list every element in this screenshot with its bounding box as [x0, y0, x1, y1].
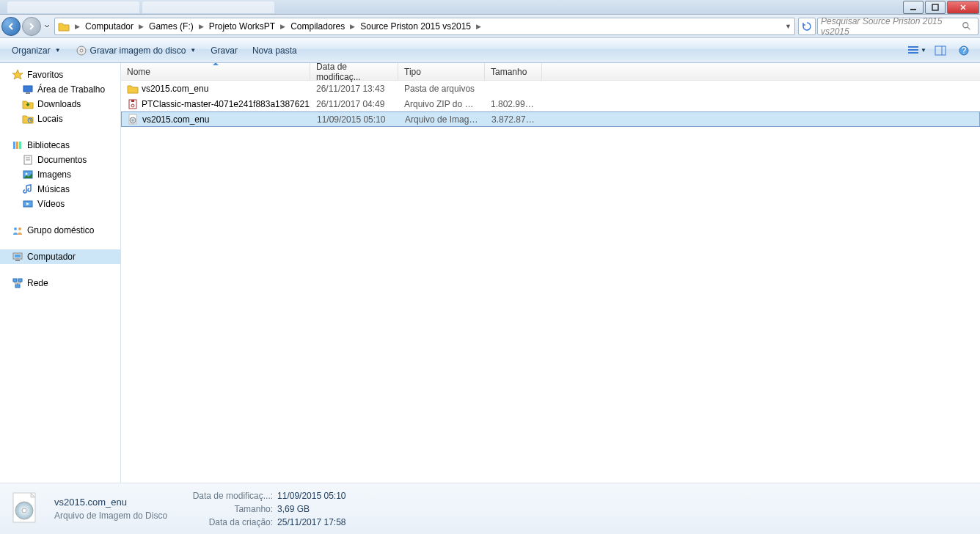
search-input[interactable]: Pesquisar Source Priston 2015 vs2015: [817, 18, 979, 35]
sidebar-computer-heading[interactable]: Computador: [0, 249, 120, 264]
iso-icon: [128, 114, 139, 125]
file-type: Arquivo ZIP do Wi...: [398, 99, 485, 109]
details-type: Arquivo de Imagem do Disco: [54, 511, 167, 521]
refresh-button[interactable]: [798, 18, 816, 35]
details-meta-label: Data de modificaç...:: [185, 491, 273, 501]
sidebar-item-documents[interactable]: Documentos: [0, 153, 120, 167]
svg-text:?: ?: [962, 45, 967, 56]
preview-pane-button[interactable]: [930, 42, 951, 59]
maximize-button[interactable]: [925, 1, 946, 14]
address-bar: ▶ Computador ▶ Games (F:) ▶ Projeto Work…: [0, 15, 980, 38]
sidebar: Favoritos Área de Trabalho Downloads Loc…: [0, 63, 121, 483]
new-folder-button[interactable]: Nova pasta: [246, 42, 303, 59]
browser-tab[interactable]: [142, 1, 274, 13]
svg-rect-18: [19, 142, 21, 149]
breadcrumb-item[interactable]: Source Priston 2015 vs2015: [357, 18, 474, 34]
breadcrumb-item[interactable]: Games (F:): [146, 18, 197, 34]
close-button[interactable]: [947, 1, 979, 14]
browser-tab[interactable]: [7, 1, 139, 13]
column-type[interactable]: Tipo: [398, 63, 485, 80]
svg-rect-13: [23, 86, 32, 92]
details-meta-value: 3,69 GB: [277, 504, 310, 514]
browser-tab-strip: [0, 0, 274, 15]
breadcrumb-item[interactable]: Computador: [82, 18, 136, 34]
chevron-right-icon[interactable]: ▶: [136, 18, 146, 34]
burn-image-button[interactable]: Gravar imagem do disco▼: [70, 42, 202, 59]
forward-button[interactable]: [22, 17, 41, 36]
details-meta-label: Tamanho:: [185, 504, 273, 514]
minimize-button[interactable]: [903, 1, 924, 14]
downloads-icon: [22, 98, 34, 110]
svg-rect-8: [908, 52, 918, 54]
nav-history-dropdown[interactable]: [43, 18, 51, 34]
chevron-right-icon[interactable]: ▶: [348, 18, 357, 34]
window-controls: [902, 1, 980, 14]
videos-icon: [22, 198, 34, 210]
details-meta-row: Data de modificaç...:11/09/2015 05:10: [185, 491, 345, 501]
file-name: PTClassic-master-4071e241f883a1387621...: [142, 99, 310, 109]
help-button[interactable]: ?: [954, 42, 974, 59]
sidebar-item-videos[interactable]: Vídeos: [0, 197, 120, 211]
folder-icon: [56, 19, 71, 34]
file-type: Arquivo de Image...: [399, 114, 486, 125]
breadcrumb[interactable]: ▶ Computador ▶ Games (F:) ▶ Projeto Work…: [54, 18, 795, 35]
file-name: vs2015.com_enu: [142, 114, 209, 125]
file-row[interactable]: vs2015.com_enu26/11/2017 13:43Pasta de a…: [121, 81, 980, 96]
search-placeholder: Pesquisar Source Priston 2015 vs2015: [821, 16, 962, 37]
title-bar: [0, 0, 980, 15]
sidebar-homegroup-heading[interactable]: Grupo doméstico: [0, 223, 120, 238]
search-icon: [962, 21, 972, 32]
sidebar-item-downloads[interactable]: Downloads: [0, 97, 120, 111]
svg-point-26: [18, 227, 21, 230]
svg-rect-14: [26, 92, 30, 94]
computer-icon: [12, 251, 23, 263]
svg-rect-28: [15, 255, 21, 257]
column-name[interactable]: Nome: [121, 63, 310, 80]
svg-rect-9: [935, 46, 946, 55]
details-meta-row: Tamanho:3,69 GB: [185, 504, 345, 514]
breadcrumb-item[interactable]: Projeto WorksPT: [206, 18, 278, 34]
desktop-icon: [22, 84, 34, 95]
homegroup-icon: [12, 224, 23, 236]
file-row[interactable]: PTClassic-master-4071e241f883a1387621...…: [121, 96, 980, 111]
sidebar-item-music[interactable]: Músicas: [0, 182, 120, 197]
chevron-right-icon[interactable]: ▶: [474, 18, 483, 34]
details-meta-label: Data da criação:: [185, 517, 273, 527]
file-type: Pasta de arquivos: [398, 84, 485, 94]
documents-icon: [22, 154, 34, 166]
sidebar-item-images[interactable]: Imagens: [0, 167, 120, 182]
chevron-right-icon[interactable]: ▶: [73, 18, 82, 34]
chevron-right-icon[interactable]: ▶: [278, 18, 288, 34]
record-button[interactable]: Gravar: [205, 42, 244, 59]
disc-icon: [76, 45, 87, 56]
chevron-down-icon[interactable]: ▼: [783, 21, 793, 32]
sidebar-favorites-heading[interactable]: Favoritos: [0, 67, 120, 82]
file-size: 3.872.876 KB: [486, 114, 543, 125]
chevron-down-icon: ▼: [921, 47, 926, 54]
sidebar-item-recent[interactable]: Locais: [0, 111, 120, 126]
sidebar-libraries-heading[interactable]: Bibliotecas: [0, 138, 120, 153]
details-meta-value: 11/09/2015 05:10: [277, 491, 345, 501]
file-row[interactable]: vs2015.com_enu11/09/2015 05:10Arquivo de…: [121, 111, 980, 127]
back-button[interactable]: [1, 17, 21, 36]
folder-icon: [127, 83, 139, 95]
recent-icon: [22, 113, 34, 125]
file-list-area: Nome Data de modificaç... Tipo Tamanho v…: [121, 63, 980, 483]
file-rows: vs2015.com_enu26/11/2017 13:43Pasta de a…: [121, 81, 980, 483]
organize-button[interactable]: Organizar▼: [6, 42, 67, 59]
network-icon: [12, 277, 23, 289]
svg-rect-16: [13, 142, 15, 149]
zip-icon: [127, 98, 139, 110]
sidebar-network-heading[interactable]: Rede: [0, 276, 120, 290]
column-size[interactable]: Tamanho: [485, 63, 542, 80]
view-mode-button[interactable]: ▼: [907, 42, 927, 59]
disc-image-icon: [9, 491, 44, 527]
svg-point-25: [14, 227, 17, 230]
column-date[interactable]: Data de modificaç...: [310, 63, 398, 80]
svg-point-23: [26, 173, 28, 175]
svg-point-38: [132, 120, 134, 121]
chevron-right-icon[interactable]: ▶: [197, 18, 206, 34]
sidebar-item-desktop[interactable]: Área de Trabalho: [0, 82, 120, 97]
svg-rect-32: [15, 285, 20, 288]
breadcrumb-item[interactable]: Compiladores: [288, 18, 348, 34]
